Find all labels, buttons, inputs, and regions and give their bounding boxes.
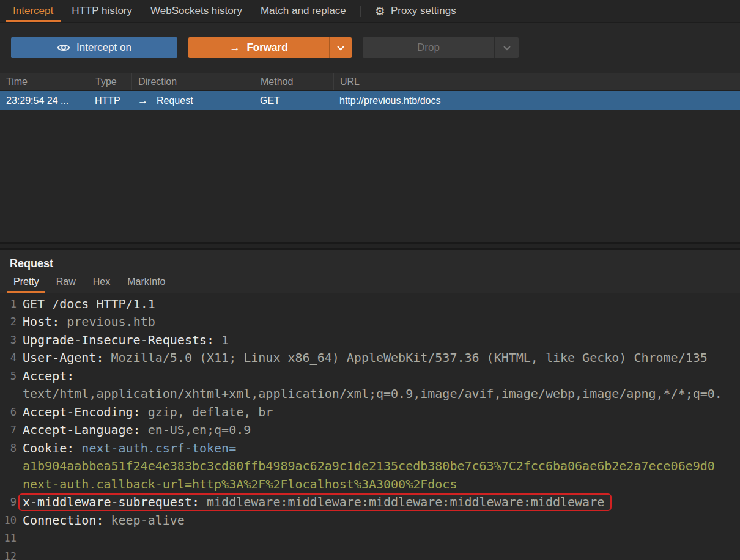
intercept-table-body: 23:29:54 24 ...HTTP→RequestGEThttp://pre… xyxy=(0,91,740,110)
code-segment: keep-alive xyxy=(103,513,184,528)
editor-tab-pretty[interactable]: Pretty xyxy=(5,274,48,293)
line-number: 5 xyxy=(0,370,23,382)
line-number: 11 xyxy=(0,532,23,544)
line-number: 7 xyxy=(0,424,23,436)
intercept-toolbar: Intercept on → Forward Drop xyxy=(0,23,740,73)
cell-method: GET xyxy=(254,95,333,106)
cell-type: HTTP xyxy=(89,95,131,106)
request-line[interactable]: 1GET /docs HTTP/1.1 xyxy=(0,295,740,313)
request-line[interactable]: a1b904aabbea51f24e4e383bc3cd80ffb4989ac6… xyxy=(0,457,740,476)
request-line[interactable]: 11 xyxy=(0,529,740,548)
request-line[interactable]: 3Upgrade-Insecure-Requests: 1 xyxy=(0,331,740,349)
code-segment: Host: xyxy=(23,314,59,329)
direction-label: Request xyxy=(157,95,193,106)
request-line[interactable]: 7Accept-Language: en-US,en;q=0.9 xyxy=(0,421,740,440)
request-line[interactable]: 4User-Agent: Mozilla/5.0 (X11; Linux x86… xyxy=(0,349,740,367)
intercept-toggle-button[interactable]: Intercept on xyxy=(11,37,177,58)
request-line[interactable]: next-auth.callback-url=http%3A%2F%2Floca… xyxy=(0,475,740,493)
tab-label: Intercept xyxy=(13,5,53,17)
code-segment: x-middleware-subrequest: xyxy=(23,495,199,509)
gear-icon: ⚙ xyxy=(375,6,385,17)
column-header-time[interactable]: Time xyxy=(0,73,89,90)
request-line[interactable]: 6Accept-Encoding: gzip, deflate, br xyxy=(0,403,740,421)
request-editor[interactable]: 1GET /docs HTTP/1.12Host: previous.htb3U… xyxy=(0,293,740,560)
drop-dropdown-button[interactable] xyxy=(494,37,519,58)
code-text: a1b904aabbea51f24e4e383bc3cd80ffb4989ac6… xyxy=(23,459,715,473)
request-editor-tabs: PrettyRawHexMarkInfo xyxy=(0,274,740,293)
line-number: 1 xyxy=(0,298,23,310)
code-segment: Connection: xyxy=(23,513,103,528)
editor-tab-raw[interactable]: Raw xyxy=(48,274,84,293)
cell-time: 23:29:54 24 ... xyxy=(0,95,89,106)
request-line[interactable]: 9x-middleware-subrequest: middleware:mid… xyxy=(0,493,740,512)
code-segment: previous.htb xyxy=(59,314,155,329)
code-segment: Accept: xyxy=(23,369,74,383)
panel-splitter[interactable] xyxy=(0,242,740,250)
code-text: Accept-Encoding: gzip, deflate, br xyxy=(23,405,273,419)
forward-button[interactable]: → Forward xyxy=(188,37,329,58)
chevron-down-icon xyxy=(336,45,345,51)
forward-arrow-icon: → xyxy=(229,42,240,54)
cell-direction: →Request xyxy=(131,95,254,107)
cell-url: http://previous.htb/docs xyxy=(333,95,740,106)
code-segment: next-auth.callback-url=http%3A%2F%2Floca… xyxy=(23,477,457,492)
code-segment: 1 xyxy=(214,333,229,347)
table-row[interactable]: 23:29:54 24 ...HTTP→RequestGEThttp://pre… xyxy=(0,91,740,110)
burp-proxy-intercept-window: InterceptHTTP historyWebSockets historyM… xyxy=(0,0,740,560)
code-text: text/html,application/xhtml+xml,applicat… xyxy=(23,386,722,401)
code-segment: Accept-Encoding: xyxy=(23,405,141,419)
code-segment: GET /docs HTTP/1.1 xyxy=(23,297,155,311)
code-segment: middleware:middleware:middleware:middlew… xyxy=(199,495,604,509)
code-text: Accept-Language: en-US,en;q=0.9 xyxy=(23,422,251,437)
code-segment: text/html,application/xhtml+xml,applicat… xyxy=(23,386,722,401)
forward-split-button: → Forward xyxy=(188,37,352,58)
tab-match-and-replace[interactable]: Match and replace xyxy=(251,0,355,22)
request-line[interactable]: text/html,application/xhtml+xml,applicat… xyxy=(0,385,740,403)
line-number: 10 xyxy=(0,514,23,526)
request-line[interactable]: 2Host: previous.htb xyxy=(0,313,740,331)
code-text: Connection: keep-alive xyxy=(23,513,185,528)
code-segment: Accept-Language: xyxy=(23,422,141,437)
drop-label: Drop xyxy=(417,42,440,54)
tab-proxy-settings[interactable]: ⚙Proxy settings xyxy=(366,0,465,22)
tab-label: HTTP history xyxy=(72,5,132,17)
line-number: 2 xyxy=(0,315,23,328)
intercept-table-empty-area xyxy=(0,110,740,242)
code-segment: a1b904aabbea51f24e4e383bc3cd80ffb4989ac6… xyxy=(23,459,715,473)
request-panel: Request PrettyRawHexMarkInfo 1GET /docs … xyxy=(0,250,740,560)
tab-intercept[interactable]: Intercept xyxy=(4,0,62,22)
editor-tab-markinfo[interactable]: MarkInfo xyxy=(119,274,174,293)
drop-split-button: Drop xyxy=(363,37,519,58)
code-text: Cookie: next-auth.csrf-token= xyxy=(23,441,236,455)
drop-button[interactable]: Drop xyxy=(363,37,494,58)
code-text: Host: previous.htb xyxy=(23,314,155,329)
tab-label: Proxy settings xyxy=(391,5,456,17)
request-panel-title: Request xyxy=(0,250,740,274)
tab-websockets-history[interactable]: WebSockets history xyxy=(141,0,251,22)
code-text: User-Agent: Mozilla/5.0 (X11; Linux x86_… xyxy=(23,350,708,365)
code-text: next-auth.callback-url=http%3A%2F%2Floca… xyxy=(23,477,457,492)
line-number: 12 xyxy=(0,550,23,560)
tab-label: WebSockets history xyxy=(150,5,242,17)
request-line[interactable]: 10Connection: keep-alive xyxy=(0,511,740,529)
proxy-tab-bar: InterceptHTTP historyWebSockets historyM… xyxy=(0,0,740,23)
forward-dropdown-button[interactable] xyxy=(329,37,352,58)
tab-label: Match and replace xyxy=(261,5,346,17)
forward-label: Forward xyxy=(246,42,287,54)
line-number: 8 xyxy=(0,442,23,454)
request-line[interactable]: 12 xyxy=(0,547,740,560)
column-header-direction[interactable]: Direction xyxy=(131,73,254,90)
editor-tab-hex[interactable]: Hex xyxy=(84,274,119,293)
column-header-method[interactable]: Method xyxy=(254,73,333,90)
code-segment: en-US,en;q=0.9 xyxy=(141,422,251,437)
tab-http-history[interactable]: HTTP history xyxy=(62,0,141,22)
code-text: Upgrade-Insecure-Requests: 1 xyxy=(23,333,229,347)
direction-arrow-icon: → xyxy=(138,95,148,106)
code-segment: Mozilla/5.0 (X11; Linux x86_64) AppleWeb… xyxy=(103,350,707,365)
column-header-url[interactable]: URL xyxy=(333,73,740,90)
column-header-type[interactable]: Type xyxy=(89,73,131,90)
eye-icon xyxy=(57,43,70,52)
request-line[interactable]: 8Cookie: next-auth.csrf-token= xyxy=(0,439,740,457)
code-segment: gzip, deflate, br xyxy=(141,405,273,419)
request-line[interactable]: 5Accept: xyxy=(0,367,740,385)
